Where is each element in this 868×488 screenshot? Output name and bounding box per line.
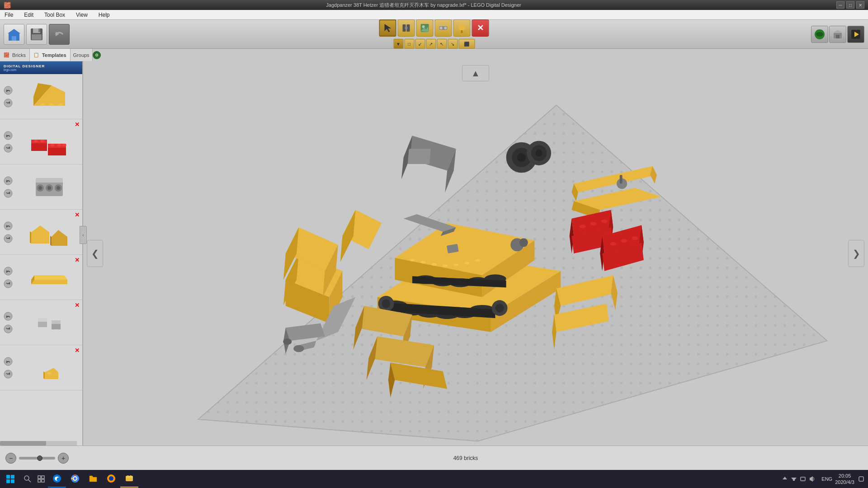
brick-preview-6[interactable]: [16, 301, 82, 344]
svg-rect-149: [620, 175, 623, 183]
menu-toolbox[interactable]: Tool Box: [42, 11, 67, 19]
rotate-up-7[interactable]: [2, 356, 14, 367]
menu-file[interactable]: File: [3, 11, 15, 19]
save-button[interactable]: [26, 24, 47, 45]
rotate-down-3[interactable]: [2, 188, 14, 199]
network-icon[interactable]: [791, 476, 797, 482]
rotate-down-5[interactable]: [2, 278, 14, 290]
color-tool-button[interactable]: [453, 19, 471, 37]
rotate-down-7[interactable]: [2, 368, 14, 380]
select-tool-button[interactable]: [379, 19, 396, 37]
svg-point-119: [495, 304, 504, 312]
environment-button[interactable]: [811, 26, 828, 43]
sub-tool-6[interactable]: ↘: [448, 39, 458, 49]
tablet-icon[interactable]: [800, 476, 806, 482]
taskbar-app-lego[interactable]: [120, 470, 138, 488]
close-button[interactable]: ✕: [856, 1, 864, 9]
delete-brick-2[interactable]: ✕: [75, 121, 80, 128]
rotate-down-6[interactable]: [2, 323, 14, 335]
taskbar-app-files[interactable]: [84, 470, 102, 488]
task-view-button[interactable]: [34, 470, 48, 488]
sub-tool-7[interactable]: ⬛: [458, 39, 475, 49]
panel-hscroll-thumb[interactable]: [0, 441, 46, 446]
tab-bricks[interactable]: 🧱 Bricks: [0, 49, 30, 61]
rotate-down-2[interactable]: [2, 142, 14, 154]
svg-line-195: [28, 480, 31, 482]
zoom-in-button[interactable]: +: [58, 453, 69, 464]
start-button[interactable]: [0, 470, 21, 488]
volume-icon[interactable]: [809, 476, 815, 482]
taskbar-app-edge[interactable]: [48, 470, 66, 488]
brick-preview-3[interactable]: [16, 165, 82, 208]
undo-button[interactable]: [49, 24, 70, 45]
tab-templates[interactable]: 📋 Templates: [30, 49, 71, 61]
tray-arrow-icon[interactable]: [782, 476, 788, 482]
sub-tool-4[interactable]: ↗: [426, 39, 436, 49]
brick-preview-5[interactable]: [16, 256, 82, 299]
rotate-down-1[interactable]: [2, 97, 14, 109]
delete-brick-4[interactable]: ✕: [75, 211, 80, 218]
tab-groups[interactable]: Groups: [71, 49, 93, 61]
svg-point-122: [431, 263, 437, 266]
brick-controls-1: [0, 83, 16, 111]
rotate-up-4[interactable]: [2, 220, 14, 232]
svg-point-90: [47, 372, 52, 375]
zoom-out-button[interactable]: −: [5, 453, 16, 464]
brick-preview-1[interactable]: [16, 75, 82, 118]
svg-marker-66: [30, 231, 31, 244]
delete-brick-6[interactable]: ✕: [75, 302, 80, 309]
search-taskbar[interactable]: [21, 470, 34, 488]
panel-hscroll[interactable]: [0, 441, 77, 446]
rotate-up-2[interactable]: [2, 130, 14, 141]
delete-brick-5[interactable]: ✕: [75, 257, 80, 263]
menu-view[interactable]: View: [74, 11, 90, 19]
decal-tool-button[interactable]: [416, 19, 434, 37]
delete-brick-7[interactable]: ✕: [75, 347, 80, 354]
brick-controls-3: [0, 173, 16, 201]
zoom-handle[interactable]: [37, 455, 42, 461]
rotate-up-1[interactable]: [2, 84, 14, 96]
minimize-button[interactable]: ─: [836, 1, 844, 9]
render-button[interactable]: [847, 26, 864, 43]
panel-settings-button[interactable]: ⚙: [93, 51, 101, 59]
rotate-down-4[interactable]: [2, 233, 14, 244]
brick-preview-7[interactable]: [16, 346, 82, 389]
rotate-up-5[interactable]: [2, 265, 14, 277]
svg-marker-219: [811, 476, 813, 482]
brick-preview-4[interactable]: [16, 211, 82, 253]
model-button[interactable]: [829, 26, 846, 43]
system-clock[interactable]: 20:05 2020/4/3: [835, 473, 854, 486]
hinge-tool-button[interactable]: [398, 19, 415, 37]
menu-edit[interactable]: Edit: [22, 11, 35, 19]
notification-icon[interactable]: [858, 476, 864, 482]
sub-tool-5[interactable]: ↖: [437, 39, 447, 49]
brick-preview-2[interactable]: [16, 120, 82, 163]
rotate-up-6[interactable]: [2, 310, 14, 322]
sub-tool-1[interactable]: ▼: [393, 39, 403, 49]
svg-point-166: [601, 220, 608, 223]
brick-svg-2: [29, 124, 70, 160]
taskbar-app-chrome[interactable]: [66, 470, 84, 488]
svg-marker-73: [31, 280, 67, 284]
sub-tool-3[interactable]: ↙: [415, 39, 425, 49]
svg-point-156: [517, 153, 526, 162]
rotate-up-3[interactable]: [2, 175, 14, 187]
svg-marker-89: [43, 371, 45, 379]
home-button[interactable]: [4, 24, 24, 45]
flex-tool-button[interactable]: [435, 19, 452, 37]
sub-tool-2[interactable]: □: [404, 39, 414, 49]
menubar: File Edit Tool Box View Help: [0, 10, 868, 20]
zoom-slider[interactable]: [19, 457, 55, 460]
svg-rect-196: [38, 476, 41, 479]
delete-tool-button[interactable]: ✕: [472, 19, 489, 37]
search-icon: [24, 475, 31, 483]
canvas-nav-right[interactable]: ❯: [848, 240, 864, 267]
maximize-button[interactable]: □: [846, 1, 854, 9]
menu-help[interactable]: Help: [97, 11, 112, 19]
svg-rect-210: [126, 476, 133, 478]
svg-point-173: [632, 236, 638, 240]
panel-collapse-button[interactable]: ‹: [80, 226, 87, 244]
taskbar-app-firefox[interactable]: [102, 470, 120, 488]
tray-language[interactable]: ENG: [820, 476, 834, 482]
svg-rect-41: [31, 140, 47, 143]
